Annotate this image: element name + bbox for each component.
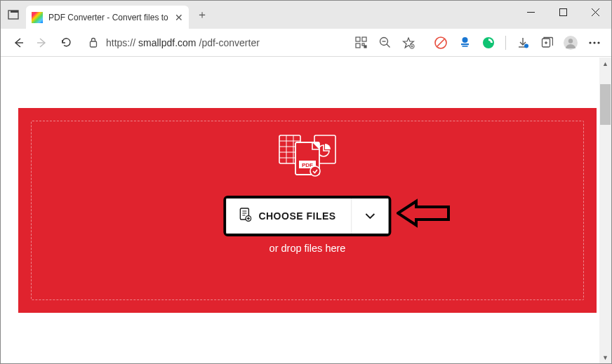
- titlebar: PDF Converter - Convert files to ✕ ＋: [1, 1, 611, 29]
- document-icon: [239, 208, 251, 224]
- downloads-icon[interactable]: [512, 32, 534, 54]
- zoom-out-icon[interactable]: [373, 32, 396, 54]
- maximize-button[interactable]: [547, 1, 579, 23]
- new-tab-button[interactable]: ＋: [192, 4, 213, 25]
- svg-rect-24: [462, 46, 467, 47]
- tab-close-icon[interactable]: ✕: [175, 12, 183, 23]
- tab-title: PDF Converter - Convert files to: [48, 13, 171, 22]
- scroll-down-button[interactable]: ▼: [599, 351, 611, 363]
- drop-files-hint: or drop files here: [270, 243, 346, 254]
- choose-files-button[interactable]: CHOOSE FILES: [226, 198, 352, 234]
- tab-favicon: [32, 12, 43, 23]
- svg-line-15: [387, 44, 390, 48]
- svg-rect-3: [559, 8, 566, 15]
- scroll-up-button[interactable]: ▲: [599, 58, 611, 69]
- svg-rect-9: [356, 37, 360, 41]
- svg-rect-23: [461, 43, 469, 45]
- svg-rect-13: [364, 46, 366, 48]
- url-path: /pdf-converter: [199, 37, 260, 48]
- window-controls: [514, 1, 611, 23]
- back-button[interactable]: [6, 31, 30, 55]
- close-window-button[interactable]: [579, 1, 611, 23]
- svg-line-21: [437, 39, 444, 46]
- url-prefix: https://: [106, 37, 135, 48]
- profile-icon[interactable]: [559, 32, 582, 54]
- svg-point-36: [597, 41, 599, 43]
- svg-point-48: [310, 166, 320, 176]
- svg-point-33: [568, 39, 573, 43]
- qr-icon[interactable]: [350, 32, 372, 54]
- browser-tab[interactable]: PDF Converter - Convert files to ✕: [26, 6, 189, 29]
- forward-button[interactable]: [30, 31, 54, 55]
- extension-blue-icon[interactable]: [453, 32, 476, 54]
- menu-icon[interactable]: [583, 32, 606, 54]
- file-type-icons: PDF: [272, 133, 342, 185]
- annotation-arrow-icon: [397, 198, 451, 231]
- svg-point-35: [593, 41, 595, 43]
- tab-actions-button[interactable]: [1, 1, 26, 29]
- choose-files-highlight: CHOOSE FILES: [223, 196, 391, 236]
- address-bar[interactable]: https://smallpdf.com/pdf-converter: [84, 33, 344, 53]
- choose-files-dropdown[interactable]: [352, 198, 389, 234]
- scroll-thumb[interactable]: [600, 84, 611, 125]
- favorites-icon[interactable]: [397, 32, 420, 54]
- svg-point-28: [524, 43, 528, 48]
- extension-green-icon[interactable]: [477, 32, 500, 54]
- svg-rect-10: [362, 37, 366, 41]
- refresh-button[interactable]: [54, 31, 78, 55]
- page-content: PDF CHOOSE FILES or drop fi: [1, 58, 599, 363]
- choose-files-label: CHOOSE FILES: [258, 210, 335, 222]
- drop-zone[interactable]: PDF CHOOSE FILES or drop fi: [18, 108, 597, 313]
- minimize-button[interactable]: [514, 1, 547, 23]
- svg-rect-1: [11, 11, 18, 13]
- svg-rect-8: [91, 41, 97, 47]
- browser-toolbar: https://smallpdf.com/pdf-converter: [1, 29, 611, 57]
- extension-red-icon[interactable]: [430, 32, 452, 54]
- chevron-down-icon: [366, 213, 375, 219]
- vertical-scrollbar[interactable]: ▲ ▼: [599, 58, 611, 363]
- site-info-icon[interactable]: [84, 33, 103, 53]
- svg-point-34: [589, 41, 591, 43]
- url-domain: smallpdf.com: [138, 37, 196, 48]
- svg-point-22: [462, 37, 467, 43]
- collections-icon[interactable]: [536, 32, 558, 54]
- svg-rect-11: [356, 43, 360, 48]
